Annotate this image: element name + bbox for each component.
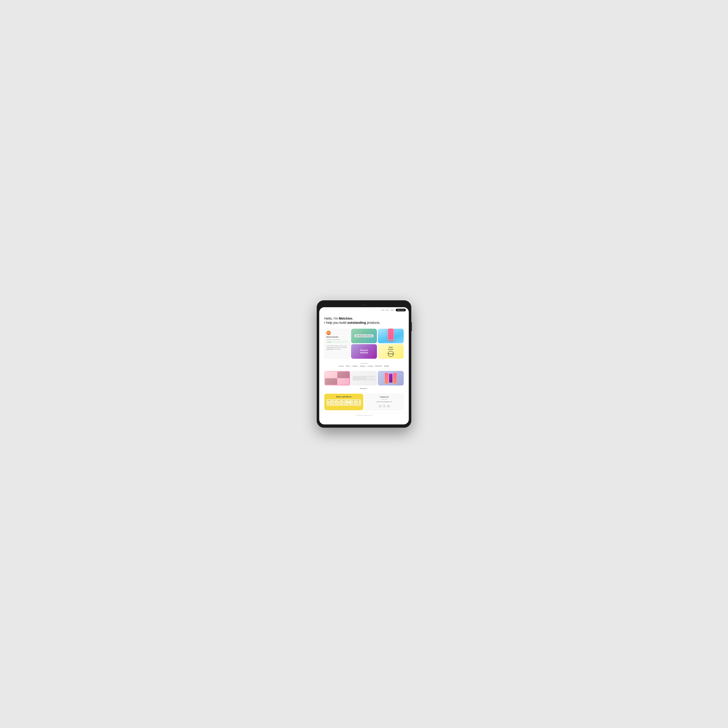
view-work-link[interactable]: View work →: [324, 387, 404, 390]
hero-greeting: Hello, I'm: [324, 317, 339, 320]
nav-home[interactable]: home: [381, 309, 385, 310]
book-call-title: Book a call with me: [327, 396, 361, 398]
doc-line-4: [353, 379, 366, 379]
calendar-row-2: 5 6 7 8 9 10 11: [327, 403, 360, 405]
collage-4: [337, 378, 349, 385]
cal-sa: Sa: [351, 400, 355, 401]
cta-section: Book a call with me Mo Tu We Th Fr Sa Su: [319, 392, 409, 413]
mini-phone-1: [385, 373, 388, 384]
cal-day-6[interactable]: 6: [332, 403, 336, 405]
footer-text: © Copyright 2023, Melchior Bourdin: [355, 415, 373, 416]
flawless-card[interactable]: Flawless: [378, 329, 404, 343]
linkedin-icon[interactable]: in: [378, 405, 382, 408]
strategy-circle: Strategy: [388, 351, 394, 357]
logo-loreal: L'OREAL: [352, 366, 358, 367]
profile-name: Melchior Bourdin: [326, 336, 348, 338]
branding-card[interactable]: Powerful branding: [351, 344, 377, 359]
cal-we: We: [337, 400, 341, 401]
doc-line-5: [353, 380, 375, 380]
research-label: User Research & Discovery: [355, 335, 373, 337]
avatar: MB: [326, 331, 331, 335]
flawless-label: Flawless: [378, 340, 404, 342]
work-card-3[interactable]: [378, 371, 404, 385]
collage: [324, 371, 350, 385]
doc-line-2: [353, 377, 366, 378]
phone-screen: [388, 329, 394, 340]
availability-badge: Available: [326, 341, 348, 343]
strategy-row: ← Strategy →: [385, 351, 396, 357]
cal-day-11[interactable]: 11: [356, 403, 360, 405]
cal-su: Su: [356, 400, 360, 401]
twitter-icon[interactable]: 𝕏: [382, 405, 386, 408]
logo-newes: NEWES: [384, 366, 389, 367]
hero-name: Melchior.: [339, 317, 353, 320]
hero-subtitle-end: products.: [366, 321, 380, 324]
strategy-label: Smart product: [388, 346, 393, 350]
cal-day-1[interactable]: 1: [342, 401, 346, 403]
contact-email[interactable]: melchior.bourdin@gmail.com: [375, 401, 394, 403]
nav-contact[interactable]: contact: [390, 309, 395, 310]
logos-row: artrade THIG△ L'OREAL Selager+ 8 frppen …: [324, 366, 404, 367]
worked-with-label: I worked with: [324, 363, 404, 364]
footer: © Copyright 2023, Melchior Bourdin: [319, 413, 409, 418]
worked-with-section: I worked with artrade THIG△ L'OREAL Sela…: [319, 361, 409, 369]
profile-bio: I solve business problems through human-…: [326, 345, 348, 350]
email-icon[interactable]: ✉: [387, 405, 390, 408]
cal-th: Th: [342, 400, 346, 401]
cal-day-7[interactable]: 7: [337, 403, 341, 405]
cal-day-8[interactable]: 8: [342, 403, 346, 405]
logo-thig: THIG△: [346, 366, 350, 367]
side-button: [411, 322, 412, 331]
contact-reply: I'll reply asap: [381, 399, 387, 400]
branding-label: Powerful branding: [360, 349, 368, 354]
arrow-left-icon: ←: [385, 353, 387, 355]
phones-row: [378, 371, 404, 385]
mini-phone-3: [393, 373, 397, 384]
calendar-row-1: 1 2 3 4: [327, 401, 360, 403]
phone-notch: [389, 329, 392, 329]
work-grid: [324, 371, 404, 385]
cal-day-10[interactable]: 10: [351, 403, 355, 405]
cal-day-3[interactable]: 3: [351, 401, 355, 403]
hero-section: Hello, I'm Melchior. I help you build ou…: [319, 313, 409, 327]
arrow-right-icon: →: [395, 353, 396, 355]
nav-links: home work contact: [381, 309, 394, 310]
logo-artrade: artrade: [339, 366, 344, 367]
mini-phone-2: [389, 374, 393, 383]
doc-line-1: [353, 376, 375, 376]
tablet-screen: home work contact Book a Call Hello, I'm…: [319, 307, 409, 424]
calendar-header: Mo Tu We Th Fr Sa Su: [327, 400, 360, 401]
navigation: home work contact Book a Call: [319, 307, 409, 313]
cal-day-5[interactable]: 5: [327, 403, 332, 405]
camera-dot: [361, 305, 362, 306]
work-card-1[interactable]: [324, 371, 350, 385]
collage-2: [337, 372, 349, 378]
collage-1: [325, 372, 337, 378]
profile-title: Freelance Product Designer: [326, 339, 348, 340]
camera-lens: [364, 304, 364, 306]
logo-frppen: 8 frppen: [368, 366, 373, 367]
cal-mo: Mo: [327, 400, 332, 401]
profile-card: MB Melchior Bourdin Freelance Product De…: [324, 329, 350, 359]
collage-3: [325, 378, 337, 385]
research-card[interactable]: User Research & Discovery: [351, 329, 377, 343]
work-card-2[interactable]: [351, 371, 377, 385]
work-section: View work →: [319, 369, 409, 392]
hero-outstanding: outstanding: [347, 321, 366, 324]
bento-grid: MB Melchior Bourdin Freelance Product De…: [319, 327, 409, 361]
logo-selager: Selager+: [360, 366, 366, 367]
book-call-card[interactable]: Book a call with me Mo Tu We Th Fr Sa Su: [324, 394, 363, 410]
phone-mockup: [387, 329, 394, 340]
cal-day-4[interactable]: 4: [356, 401, 360, 403]
camera-bar: [319, 304, 409, 306]
nav-cta-button[interactable]: Book a Call: [396, 309, 406, 311]
logo-refialet: REFIALET: [375, 366, 382, 367]
strategy-card[interactable]: Smart product ← Strategy →: [378, 344, 404, 359]
cal-day-2[interactable]: 2: [347, 401, 351, 403]
website-content[interactable]: home work contact Book a Call Hello, I'm…: [319, 307, 409, 424]
cal-fr: Fr: [347, 400, 351, 401]
cal-day-9[interactable]: 9: [347, 403, 351, 405]
cal-empty-1: [327, 401, 332, 403]
nav-work[interactable]: work: [386, 309, 389, 310]
tablet-frame: home work contact Book a Call Hello, I'm…: [317, 300, 411, 428]
